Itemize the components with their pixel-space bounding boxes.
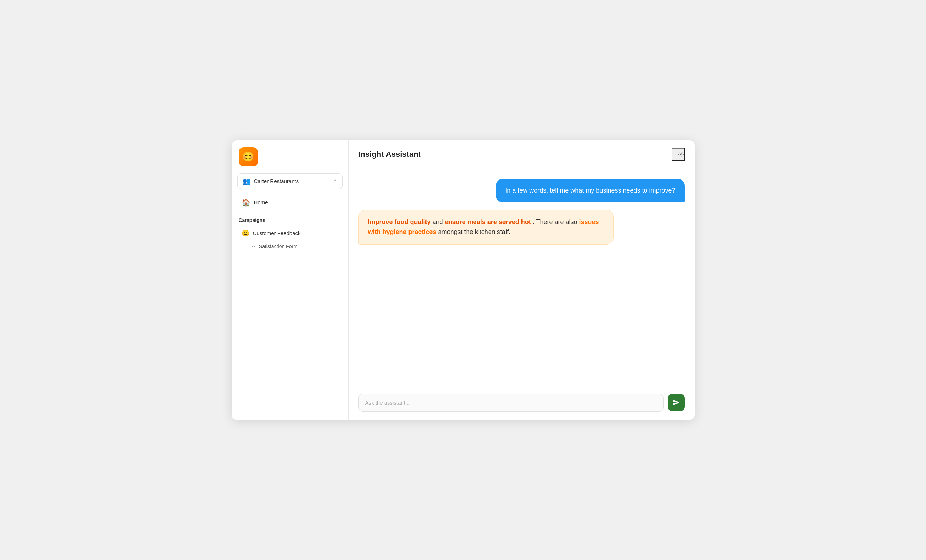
chat-area: In a few words, tell me what my business… xyxy=(349,168,694,388)
campaigns-section: Campaigns 😐 Customer Feedback ▪▪ Satisfa… xyxy=(232,212,348,253)
org-name: Carter Restaurants xyxy=(254,178,330,184)
sidebar: 😊 👥 Carter Restaurants ⌃ 🏠 Home Campaign… xyxy=(232,140,349,420)
message-row-user: In a few words, tell me what my business… xyxy=(359,179,685,202)
sidebar-item-customer-feedback[interactable]: 😐 Customer Feedback xyxy=(238,226,343,240)
assistant-text-1: and xyxy=(433,219,445,225)
campaign-emoji: 😐 xyxy=(242,229,250,237)
user-bubble: In a few words, tell me what my business… xyxy=(496,179,684,202)
input-area xyxy=(349,388,694,420)
sidebar-item-satisfaction-form[interactable]: ▪▪ Satisfaction Form xyxy=(238,241,343,252)
highlight-food-quality: Improve food quality xyxy=(368,219,431,225)
assistant-text-2: . There are also xyxy=(533,219,579,225)
form-icon: ▪▪ xyxy=(251,243,256,249)
highlight-meals-hot: ensure meals are served hot xyxy=(445,219,531,225)
app-logo-icon: 😊 xyxy=(239,147,258,166)
message-row-assistant: Improve food quality and ensure meals ar… xyxy=(359,210,685,245)
main-content: Insight Assistant In a few words, tell m… xyxy=(349,140,694,420)
sidebar-item-home[interactable]: 🏠 Home xyxy=(238,195,343,210)
assistant-text-3: amongst the kitchen staff. xyxy=(438,228,511,235)
chat-input[interactable] xyxy=(359,394,663,411)
assistant-bubble: Improve food quality and ensure meals ar… xyxy=(359,210,614,245)
campaigns-heading: Campaigns xyxy=(238,217,343,223)
form-name: Satisfaction Form xyxy=(259,243,298,249)
user-message-text: In a few words, tell me what my business… xyxy=(505,187,675,194)
sidebar-nav: 🏠 Home xyxy=(232,195,348,212)
chevron-down-icon: ⌃ xyxy=(333,178,337,184)
sidebar-item-home-label: Home xyxy=(254,199,268,205)
page-title: Insight Assistant xyxy=(359,150,421,159)
campaign-name: Customer Feedback xyxy=(253,230,301,236)
sidebar-logo: 😊 xyxy=(232,140,348,174)
app-container: 😊 👥 Carter Restaurants ⌃ 🏠 Home Campaign… xyxy=(232,140,694,420)
main-header: Insight Assistant xyxy=(349,140,694,168)
chat-input-wrapper xyxy=(359,394,664,412)
org-icon: 👥 xyxy=(243,177,250,185)
send-button[interactable] xyxy=(668,394,685,411)
settings-button[interactable] xyxy=(672,148,685,161)
svg-point-0 xyxy=(680,153,682,155)
home-icon: 🏠 xyxy=(242,198,250,207)
org-selector[interactable]: 👥 Carter Restaurants ⌃ xyxy=(238,174,343,189)
